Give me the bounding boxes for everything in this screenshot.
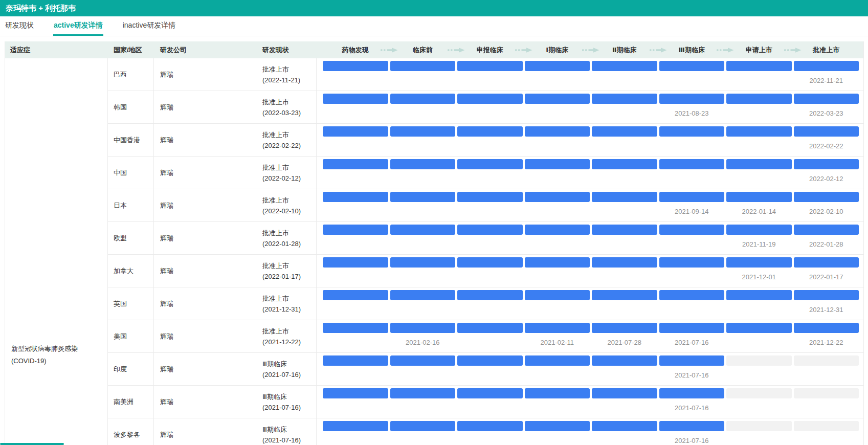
stage-bar xyxy=(323,290,388,300)
stage-cell-4 xyxy=(591,353,658,385)
stage-bar xyxy=(726,421,792,431)
stage-cell-4 xyxy=(591,157,658,189)
stage-cell-0 xyxy=(322,353,389,385)
stage-cell-0 xyxy=(322,287,389,320)
stage-date-label: 2021-02-11 xyxy=(519,339,596,346)
stage-bar xyxy=(659,290,725,300)
status-date: (2021-07-16) xyxy=(262,435,316,445)
stage-cell-5 xyxy=(658,287,726,320)
stage-cell-5 xyxy=(658,255,726,287)
stage-date-label: 2021-12-31 xyxy=(788,306,865,314)
stage-cell-2 xyxy=(456,189,524,221)
stage-bar xyxy=(457,323,523,333)
stage-progress: 2021-11-192022-01-28 xyxy=(317,222,863,254)
stage-bar xyxy=(457,225,523,235)
stage-date-label: 2022-01-14 xyxy=(720,208,798,215)
status-date: (2022-02-12) xyxy=(262,173,316,184)
status-date: (2021-07-16) xyxy=(262,402,316,413)
stage-cell-0 xyxy=(322,386,389,418)
stage-cell-6 xyxy=(725,157,793,189)
stage-cell-6 xyxy=(725,287,793,320)
stage-bar xyxy=(726,61,792,71)
stage-bar xyxy=(525,159,590,169)
stage-cell-7: 2022-01-28 xyxy=(793,222,860,254)
stage-bar xyxy=(794,61,859,71)
table-row: 欧盟辉瑞批准上市(2022-01-28)2021-11-192022-01-28 xyxy=(108,222,863,255)
stage-cell-6 xyxy=(725,386,793,418)
tab-active-rd-details[interactable]: active研发详情 xyxy=(53,16,103,36)
table-rows: 巴西辉瑞批准上市(2022-11-21)2022-11-21韩国辉瑞批准上市(2… xyxy=(108,58,863,445)
stage-bar xyxy=(457,192,523,202)
stage-bar xyxy=(659,421,725,431)
stage-cell-3 xyxy=(524,255,591,287)
stage-bar xyxy=(457,355,523,366)
stage-cell-0 xyxy=(322,222,389,254)
stage-bar xyxy=(592,323,657,333)
status-text: 批准上市 xyxy=(262,97,316,107)
stage-cell-2 xyxy=(456,255,524,287)
tab-rd-status[interactable]: 研发现状 xyxy=(5,16,34,36)
stage-bar xyxy=(592,94,657,104)
stage-progress: 2022-02-22 xyxy=(317,124,863,156)
stage-bar xyxy=(592,355,657,366)
stage-bar xyxy=(794,126,859,137)
company-cell: 辉瑞 xyxy=(154,124,256,156)
stage-cell-0 xyxy=(322,418,389,445)
stage-bar xyxy=(323,126,388,137)
window-title-bar: 奈玛特韦 + 利托那韦 xyxy=(0,0,868,16)
stage-bar xyxy=(390,94,456,104)
stage-bar xyxy=(525,421,590,431)
stage-bar xyxy=(457,61,523,71)
stage-bar xyxy=(592,159,657,169)
stage-date-label: 2022-02-22 xyxy=(788,142,865,150)
stage-progress: 2021-08-232022-03-23 xyxy=(317,91,863,123)
stage-date-label: 2022-02-12 xyxy=(788,175,865,183)
stage-cell-5: 2021-07-16 xyxy=(658,386,726,418)
table-header-row: 适应症 国家/地区 研发公司 研发现状 药物发现临床前申报临床Ⅰ期临床Ⅱ期临床Ⅲ… xyxy=(5,41,863,58)
country-cell: 韩国 xyxy=(108,91,154,123)
tab-inactive-rd-details[interactable]: inactive研发详情 xyxy=(122,16,176,36)
stage-bar xyxy=(323,192,388,202)
table-row: 加拿大辉瑞批准上市(2022-01-17)2021-12-012022-01-1… xyxy=(108,255,863,287)
stage-bar xyxy=(659,159,725,169)
stage-bar xyxy=(726,290,792,300)
stage-cell-6: 2021-12-01 xyxy=(725,255,793,287)
stage-cell-3 xyxy=(524,124,591,156)
col-header-status: 研发现状 xyxy=(256,46,317,55)
horizontal-scrollbar-thumb[interactable] xyxy=(0,443,64,445)
stage-cell-5: 2021-09-14 xyxy=(658,189,726,221)
stage-bar xyxy=(323,225,388,235)
stage-bar xyxy=(525,323,590,333)
stage-cell-3 xyxy=(524,189,591,221)
col-header-country: 国家/地区 xyxy=(108,46,154,55)
stage-bar xyxy=(390,421,456,431)
stage-header-5: Ⅲ期临床 xyxy=(658,46,726,55)
status-text: 批准上市 xyxy=(262,64,316,75)
stage-cell-1 xyxy=(389,287,457,320)
status-text: Ⅲ期临床 xyxy=(262,424,316,435)
stage-cell-4 xyxy=(591,189,658,221)
status-cell: 批准上市(2022-03-23) xyxy=(256,91,317,123)
stage-cell-6 xyxy=(725,353,793,385)
stage-bar xyxy=(390,159,456,169)
stage-cell-2 xyxy=(456,353,524,385)
country-cell: 美国 xyxy=(108,320,154,352)
stage-cell-1 xyxy=(389,418,457,445)
stage-header-6: 申请上市 xyxy=(725,46,793,55)
status-cell: Ⅲ期临床(2021-07-16) xyxy=(256,353,317,385)
company-cell: 辉瑞 xyxy=(154,222,256,254)
stage-bar xyxy=(592,61,657,71)
stage-bar xyxy=(726,159,792,169)
stage-cell-0 xyxy=(322,58,389,91)
stage-date-label: 2021-09-14 xyxy=(653,208,731,215)
stage-cell-1 xyxy=(389,386,457,418)
status-cell: 批准上市(2022-02-22) xyxy=(256,124,317,156)
stage-bar xyxy=(659,192,725,202)
stage-cell-3 xyxy=(524,222,591,254)
stage-bar xyxy=(726,257,792,268)
country-cell: 中国 xyxy=(108,157,154,189)
stage-bar xyxy=(794,225,859,235)
status-cell: Ⅲ期临床(2021-07-16) xyxy=(256,418,317,445)
stage-cell-2 xyxy=(456,386,524,418)
stage-bar xyxy=(457,290,523,300)
